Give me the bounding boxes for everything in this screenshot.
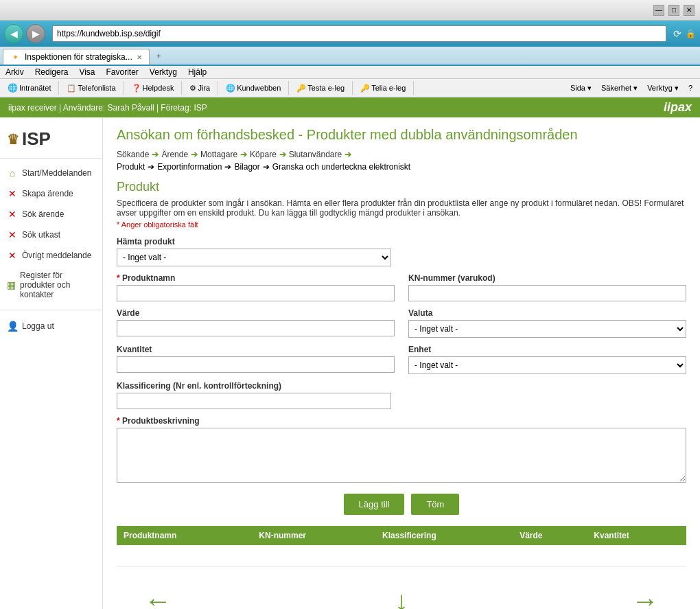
- bc-exportinfo: Exportinformation: [157, 162, 222, 172]
- tab-favicon: 🔸: [10, 52, 21, 62]
- hamta-select[interactable]: - Inget valt -: [117, 249, 391, 266]
- col-kvantitet: Kvantitet: [587, 526, 686, 545]
- toolbar-sakerhet[interactable]: Säkerhet ▾: [598, 82, 641, 94]
- main-layout: ♛ ISP ⌂ Start/Meddelanden ✕ Skapa ärende…: [0, 117, 700, 609]
- back-button[interactable]: ◀: [4, 24, 23, 43]
- sidebar-item-sok-utkast[interactable]: ✕ Sök utkast: [0, 225, 102, 245]
- browser-navbar: ◀ ▶ ⟳ 🔒: [0, 21, 700, 47]
- valuta-select[interactable]: - Inget valt -: [408, 320, 686, 338]
- tom-button[interactable]: Töm: [411, 494, 459, 515]
- klassificering-group: Klassificering (Nr enl. kontrollförteckn…: [117, 381, 391, 409]
- bc-arrow-6: ➔: [148, 162, 154, 172]
- produktnamn-input[interactable]: [117, 285, 395, 301]
- sidebar-label-start: Start/Meddelanden: [22, 168, 91, 178]
- active-tab[interactable]: 🔸 Inspektionen för strategiska... ✕: [3, 49, 150, 65]
- refresh-icon[interactable]: ⟳: [673, 28, 681, 39]
- sidebar-item-start[interactable]: ⌂ Start/Meddelanden: [0, 163, 102, 183]
- enhet-select[interactable]: - Inget valt -: [408, 356, 686, 374]
- forward-button[interactable]: ▶: [26, 24, 45, 43]
- form-row-2: Värde Valuta - Inget valt -: [117, 308, 686, 338]
- bc-arende: Ärende: [161, 150, 188, 159]
- down-nav-arrow[interactable]: ↓: [395, 587, 408, 610]
- bc-granska: Granska och underteckna elektroniskt: [272, 162, 410, 172]
- valuta-label: Valuta: [408, 308, 686, 318]
- toolbar-intranätet[interactable]: 🌐 Intranätet: [4, 82, 54, 94]
- varde-input[interactable]: [117, 320, 395, 336]
- sidebar-label-sok: Sök ärende: [22, 209, 64, 219]
- menu-arkiv[interactable]: Arkiv: [5, 67, 24, 77]
- kn-input[interactable]: [408, 285, 686, 301]
- close-button[interactable]: ✕: [684, 5, 695, 16]
- ie-toolbar: 🌐 Intranätet 📋 Telefonlista ❓ Helpdesk ⚙…: [0, 79, 700, 97]
- minimize-button[interactable]: —: [653, 5, 664, 16]
- bc-arrow-1: ➔: [152, 150, 159, 159]
- window-controls[interactable]: — □ ✕: [653, 5, 695, 16]
- tab-close-icon[interactable]: ✕: [137, 54, 142, 61]
- new-tab-button[interactable]: +: [152, 51, 165, 61]
- bc-slutanvandare: Slutanvändare: [289, 150, 342, 159]
- page-title: Ansökan om förhandsbesked - Produkter me…: [117, 127, 686, 143]
- sidebar-item-register[interactable]: ▦ Register för produkter och kontakter: [0, 266, 102, 304]
- produktnamn-label: * Produktnamn: [117, 273, 395, 283]
- sidebar-logo: ♛ ISP: [0, 123, 102, 159]
- sidebar-label-register: Register för produkter och kontakter: [20, 271, 95, 299]
- forward-nav-arrow[interactable]: →: [631, 587, 659, 610]
- bc-mottagare: Mottagare: [200, 150, 237, 159]
- toolbar-sida[interactable]: Sida ▾: [567, 82, 595, 94]
- lagg-till-button[interactable]: Lägg till: [344, 494, 405, 515]
- bc-arrow-5: ➔: [345, 150, 351, 159]
- sidebar-item-sok-arende[interactable]: ✕ Sök ärende: [0, 204, 102, 225]
- maximize-button[interactable]: □: [668, 5, 679, 16]
- varde-group: Värde: [117, 308, 395, 338]
- bc-arrow-2: ➔: [191, 150, 198, 159]
- toolbar-sep-4: [218, 81, 218, 95]
- menu-redigera[interactable]: Redigera: [35, 67, 69, 77]
- menu-favoriter[interactable]: Favoriter: [106, 67, 139, 77]
- toolbar-sep-2: [124, 81, 124, 95]
- table-header: Produktnamn KN-nummer Klassificering Vär…: [117, 526, 686, 545]
- toolbar-kundwebben[interactable]: 🌐 Kundwebben: [222, 82, 284, 94]
- toolbar-help[interactable]: ?: [685, 82, 696, 93]
- menu-visa[interactable]: Visa: [79, 67, 95, 77]
- menu-verktyg[interactable]: Verktyg: [150, 67, 177, 77]
- produktbeskrivning-label: * Produktbeskrivning: [117, 416, 686, 426]
- toolbar-sep-3: [181, 81, 182, 95]
- toolbar-telefonlista[interactable]: 📋 Telefonlista: [63, 82, 119, 94]
- address-bar[interactable]: [52, 25, 666, 42]
- navigation-arrows: ← ↓ →: [117, 573, 686, 610]
- sidebar-item-logout[interactable]: 👤 Logga ut: [0, 316, 102, 336]
- klassificering-input[interactable]: [117, 393, 391, 409]
- produktbeskrivning-textarea[interactable]: [117, 428, 686, 483]
- breadcrumb-row1: Sökande ➔ Ärende ➔ Mottagare ➔ Köpare ➔ …: [117, 150, 686, 159]
- sidebar-label-logout: Logga ut: [22, 321, 54, 331]
- menu-hjälp[interactable]: Hjälp: [188, 67, 207, 77]
- iipax-user-info: iipax receiver | Användare: Sarah Påvall…: [8, 103, 207, 113]
- sidebar-nav: ⌂ Start/Meddelanden ✕ Skapa ärende ✕ Sök…: [0, 159, 102, 336]
- product-table: Produktnamn KN-nummer Klassificering Vär…: [117, 526, 686, 566]
- toolbar-telia-eleg[interactable]: 🔑 Telia e-leg: [357, 82, 409, 94]
- form-row-1: * Produktnamn KN-nummer (varukod): [117, 273, 686, 301]
- sidebar-item-ovrigt[interactable]: ✕ Övrigt meddelande: [0, 245, 102, 266]
- toolbar-verktyg[interactable]: Verktyg ▾: [644, 82, 682, 94]
- col-knnummer: KN-nummer: [252, 526, 375, 545]
- isp-logo-text: ISP: [22, 128, 51, 150]
- register-icon: ▦: [7, 279, 16, 290]
- back-nav-arrow[interactable]: ←: [144, 587, 172, 610]
- sidebar-item-skapa[interactable]: ✕ Skapa ärende: [0, 183, 102, 204]
- sidebar-label-utkast: Sök utkast: [22, 230, 60, 240]
- kn-label: KN-nummer (varukod): [408, 273, 686, 283]
- toolbar-testa-eleg[interactable]: 🔑 Testa e-leg: [293, 82, 348, 94]
- message-icon: ✕: [7, 250, 18, 261]
- toolbar-helpdesk[interactable]: ❓ Helpdesk: [128, 82, 178, 94]
- lock-icon: 🔒: [686, 29, 696, 38]
- kvantitet-input[interactable]: [117, 356, 395, 373]
- produktnamn-group: * Produktnamn: [117, 273, 395, 301]
- table-body: [117, 545, 686, 566]
- required-note: * Anger obligatoriska fält: [117, 220, 686, 229]
- toolbar-jira[interactable]: ⚙ Jira: [186, 82, 213, 94]
- toolbar-sep-5: [288, 81, 289, 95]
- search-icon: ✕: [7, 209, 18, 220]
- col-klassificering: Klassificering: [375, 526, 513, 545]
- iipax-bar: iipax receiver | Användare: Sarah Påvall…: [0, 97, 700, 117]
- section-description: Specificera de produkter som ingår i ans…: [117, 198, 686, 218]
